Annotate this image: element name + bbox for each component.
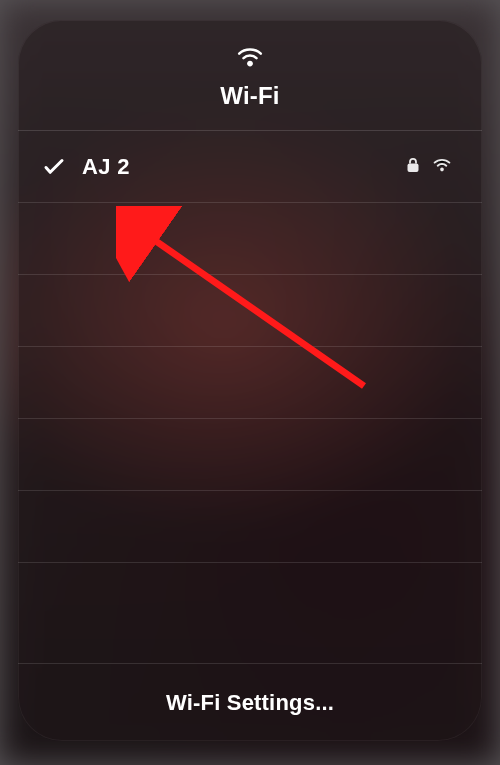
svg-rect-0 bbox=[408, 163, 419, 172]
lock-icon bbox=[406, 157, 420, 177]
checkmark-icon bbox=[40, 156, 68, 178]
wifi-settings-button[interactable]: Wi-Fi Settings... bbox=[18, 663, 482, 741]
network-row-empty bbox=[18, 563, 482, 635]
panel-header: Wi-Fi bbox=[18, 20, 482, 131]
network-row-connected[interactable]: AJ 2 bbox=[18, 131, 482, 203]
network-row-empty bbox=[18, 203, 482, 275]
wifi-panel: Wi-Fi AJ 2 bbox=[18, 20, 482, 741]
signal-icon bbox=[432, 157, 452, 177]
wifi-icon bbox=[235, 46, 265, 74]
network-meta bbox=[406, 157, 452, 177]
network-row-empty bbox=[18, 347, 482, 419]
network-list[interactable]: AJ 2 bbox=[18, 131, 482, 663]
network-row-empty bbox=[18, 491, 482, 563]
network-ssid: AJ 2 bbox=[82, 154, 392, 180]
network-row-empty bbox=[18, 275, 482, 347]
panel-title: Wi-Fi bbox=[220, 82, 279, 110]
panel-outer: Wi-Fi AJ 2 bbox=[0, 0, 500, 765]
wifi-settings-label: Wi-Fi Settings... bbox=[166, 690, 334, 716]
network-row-empty bbox=[18, 419, 482, 491]
